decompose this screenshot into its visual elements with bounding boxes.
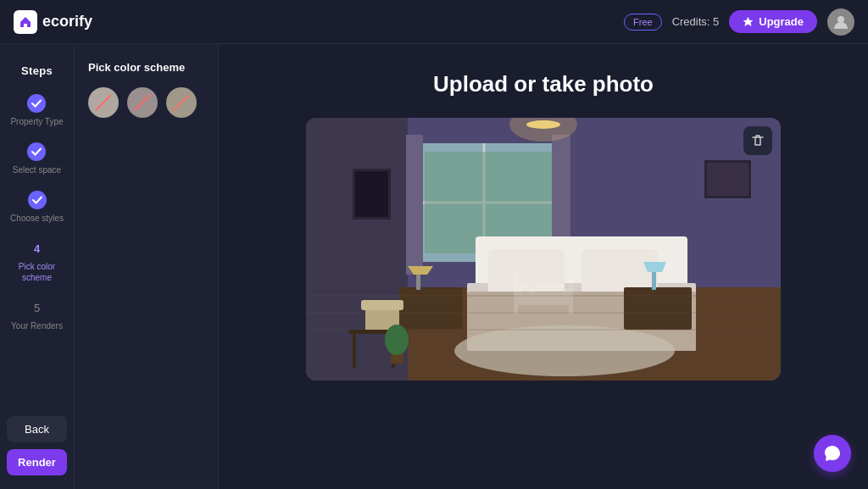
step-1-circle [27,94,46,113]
step-3-label: Choose styles [10,213,64,224]
delete-photo-button[interactable] [743,126,772,155]
svg-rect-21 [624,287,692,330]
chat-icon [823,444,842,463]
sidebar-item-choose-styles[interactable]: Choose styles [10,191,64,224]
svg-rect-25 [355,171,388,217]
color-swatch-3[interactable] [166,87,197,118]
svg-rect-9 [406,135,423,275]
page-title: Upload or take photo [433,71,654,97]
back-button[interactable]: Back [7,416,67,442]
step-3-circle [28,191,47,209]
swatch-none-icon-2 [134,94,151,111]
sidebar-actions: Back Render [0,416,74,475]
steps-label: Steps [21,64,53,77]
svg-rect-33 [361,300,403,310]
photo-container [306,118,781,381]
logo-icon [14,10,37,34]
upgrade-button[interactable]: Upgrade [729,10,817,33]
svg-point-0 [837,16,844,23]
logo-text: ecorify [42,13,92,31]
sidebar-item-property-type[interactable]: Property Type [10,94,63,127]
bedroom-photo [306,118,781,381]
step-2-circle [27,142,46,161]
color-scheme-panel: Pick color scheme [75,44,219,489]
svg-rect-15 [488,249,565,296]
credits-display: Credits: 5 [672,15,720,28]
step-2-label: Select space [13,164,61,175]
color-swatch-2[interactable] [127,87,158,118]
bedroom-svg [306,118,781,381]
svg-point-38 [385,325,409,355]
sidebar-item-pick-color[interactable]: 4 Pick color scheme [10,239,64,283]
swatch-none-icon-1 [95,94,112,111]
app-header: ecorify Free Credits: 5 Upgrade [0,0,868,44]
color-swatches-container [88,87,204,118]
step-5-label: Your Renders [11,320,63,331]
sidebar-item-select-space[interactable]: Select space [13,142,61,175]
step-4-circle: 4 [28,239,47,258]
color-panel-title: Pick color scheme [88,61,204,74]
free-badge: Free [624,14,662,31]
svg-rect-35 [353,334,356,368]
svg-point-28 [454,325,675,376]
step-4-label: Pick color scheme [10,261,64,283]
svg-rect-18 [399,287,463,330]
render-button[interactable]: Render [7,449,67,475]
user-avatar[interactable] [827,8,854,36]
main-content: Upload or take photo [219,44,868,489]
upgrade-icon [743,16,754,27]
main-layout: Steps Property Type Select space Choose … [0,44,868,489]
swatch-none-icon-3 [173,94,190,111]
trash-icon [750,133,765,148]
color-swatch-1[interactable] [88,87,119,118]
header-controls: Free Credits: 5 Upgrade [624,8,854,36]
step-5-circle: 5 [28,298,47,317]
svg-rect-27 [707,163,748,196]
chat-support-button[interactable] [814,435,851,472]
svg-rect-10 [552,135,570,275]
step-1-label: Property Type [10,116,63,127]
sidebar: Steps Property Type Select space Choose … [0,44,75,489]
sidebar-item-your-renders[interactable]: 5 Your Renders [11,298,63,331]
app-logo: ecorify [14,10,92,34]
